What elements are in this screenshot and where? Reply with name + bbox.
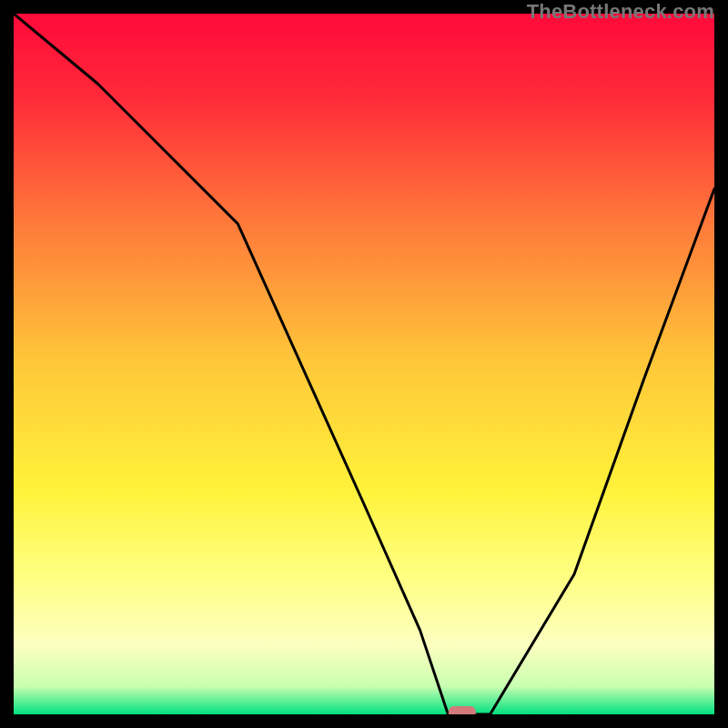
bottleneck-chart (14, 14, 714, 714)
watermark-label: TheBottleneck.com (527, 0, 714, 24)
gradient-background (14, 14, 714, 714)
optimal-marker (449, 706, 476, 714)
plot-area (14, 14, 714, 714)
chart-frame: TheBottleneck.com (0, 0, 728, 728)
